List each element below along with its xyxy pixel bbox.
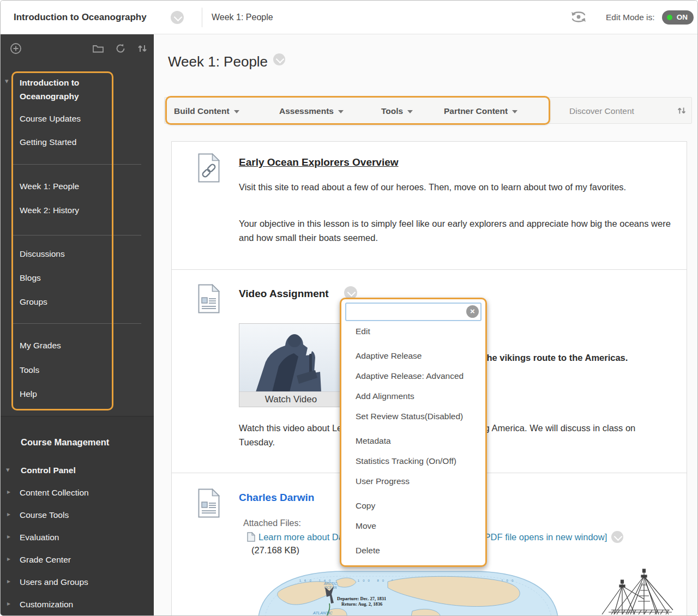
- refresh-icon[interactable]: [115, 43, 127, 55]
- map-atlantic-label: ATLANTIC: [312, 611, 333, 615]
- course-management-panel: Course Management ▾ Control Panel ▸ Cont…: [1, 416, 154, 615]
- menu-item-statistics-tracking[interactable]: Statistics Tracking (On/Off): [356, 456, 481, 468]
- sidebar-item-customization[interactable]: Customization: [20, 599, 73, 611]
- edit-mode-label: Edit Mode is:: [606, 1, 655, 34]
- student-preview-icon[interactable]: [569, 8, 588, 26]
- menu-item-adaptive-release[interactable]: Adaptive Release: [356, 351, 481, 363]
- sidebar-item-course-updates[interactable]: Course Updates: [20, 113, 81, 125]
- file-link-chevron-icon[interactable]: [611, 531, 623, 543]
- chevron-right-icon[interactable]: ▸: [7, 555, 10, 563]
- chevron-down-icon: [338, 110, 344, 113]
- reorder-icon[interactable]: [136, 43, 148, 55]
- file-size: (27.168 KB): [251, 545, 299, 555]
- link-document-icon: [198, 153, 220, 183]
- chevron-right-icon[interactable]: ▸: [7, 533, 10, 540]
- add-menu-item-icon[interactable]: [10, 43, 22, 55]
- sidebar-item-my-grades[interactable]: My Grades: [20, 340, 61, 352]
- menu-item-add-alignments[interactable]: Add Alignments: [356, 391, 481, 403]
- map-return-label: Return: Aug. 2, 1836: [341, 601, 382, 607]
- breadcrumb-divider: [202, 8, 202, 27]
- sidebar-item-getting-started[interactable]: Getting Started: [20, 136, 76, 148]
- sidebar-item-control-panel[interactable]: Control Panel: [21, 464, 76, 476]
- edit-mode-toggle[interactable]: ON: [662, 10, 694, 25]
- video-side-note: the vikings route to the Americas.: [484, 353, 628, 363]
- folder-icon[interactable]: [92, 43, 104, 55]
- sidebar-item-week2[interactable]: Week 2: History: [20, 204, 79, 216]
- top-bar: Introduction to Oceanography Week 1: Peo…: [1, 1, 697, 34]
- explorers-paragraph-2: Your objective in this lesson is to simp…: [239, 217, 675, 245]
- content-document-icon: [198, 488, 220, 518]
- close-icon[interactable]: ×: [466, 305, 479, 318]
- sailing-ship-drawing: [592, 566, 674, 616]
- menu-item-user-progress[interactable]: User Progress: [356, 476, 481, 488]
- course-menu-expanded-icon[interactable]: ▾: [5, 77, 9, 85]
- breadcrumb: Week 1: People: [212, 1, 273, 34]
- sidebar-item-week1[interactable]: Week 1: People: [20, 180, 79, 192]
- item-divider: [171, 269, 687, 270]
- file-icon: [247, 532, 255, 542]
- menu-item-copy[interactable]: Copy: [356, 501, 481, 513]
- voyage-map-image: 160 140 120 100 80 60 40 20 0 20 40 60 8…: [249, 569, 568, 616]
- menu-item-metadata[interactable]: Metadata: [356, 436, 481, 448]
- toggle-green-dot-icon: [667, 15, 672, 20]
- attached-files-label: Attached Files:: [243, 518, 301, 528]
- menu-item-set-review-status[interactable]: Set Review Status(Disabled): [356, 412, 481, 424]
- content-document-icon: [198, 284, 220, 313]
- sidebar-item-grade-center[interactable]: Grade Center: [20, 554, 71, 566]
- item-title-video-assignment[interactable]: Video Assignment: [239, 288, 329, 300]
- item-context-menu: × Edit Adaptive Release Adaptive Release…: [340, 298, 487, 567]
- chevron-right-icon[interactable]: ▸: [7, 577, 10, 585]
- explorers-paragraph-1: Visit this site to read about a few of o…: [239, 180, 645, 195]
- sidebar-item-help[interactable]: Help: [20, 388, 37, 400]
- item-title-charles-darwin[interactable]: Charles Darwin: [239, 492, 314, 504]
- item-title-explorers[interactable]: Early Ocean Explorers Overview: [239, 156, 399, 168]
- partner-content-button[interactable]: Partner Content: [444, 98, 518, 124]
- tools-button[interactable]: Tools: [381, 98, 413, 124]
- assessments-button[interactable]: Assessments: [279, 98, 344, 124]
- chevron-right-icon[interactable]: ▸: [7, 488, 10, 496]
- course-title: Introduction to Oceanography: [14, 1, 147, 34]
- sidebar-divider: [11, 164, 141, 165]
- context-menu-list: Edit Adaptive Release Adaptive Release: …: [356, 327, 481, 566]
- svg-text:ARCTIC: ARCTIC: [323, 582, 338, 585]
- sidebar-item-course-tools[interactable]: Course Tools: [20, 509, 69, 521]
- course-title-chevron-icon[interactable]: [171, 11, 184, 24]
- chevron-right-icon[interactable]: ▸: [7, 510, 10, 518]
- chevron-down-icon: [407, 110, 413, 113]
- sidebar-item-discussions[interactable]: Discussions: [20, 248, 65, 260]
- sidebar-item-blogs[interactable]: Blogs: [20, 272, 41, 284]
- menu-item-edit[interactable]: Edit: [356, 327, 481, 339]
- sidebar-divider: [11, 323, 141, 324]
- watch-video-button[interactable]: Watch Video: [239, 391, 342, 407]
- app-window: Introduction to Oceanography Week 1: Peo…: [0, 0, 698, 616]
- course-management-heading: Course Management: [21, 436, 109, 448]
- control-panel-expanded-icon[interactable]: ▾: [6, 466, 10, 474]
- menu-item-adaptive-release-advanced[interactable]: Adaptive Release: Advanced: [356, 371, 481, 383]
- build-content-button[interactable]: Build Content: [174, 98, 239, 124]
- video-thumbnail[interactable]: Watch Video: [239, 323, 343, 407]
- chevron-down-icon: [512, 110, 518, 113]
- edit-mode-value: ON: [677, 13, 688, 21]
- chevron-down-icon: [234, 110, 239, 113]
- sidebar-item-users-and-groups[interactable]: Users and Groups: [20, 576, 88, 588]
- sidebar-toolbar: [1, 34, 154, 63]
- sidebar-item-groups[interactable]: Groups: [20, 296, 47, 308]
- page-title-chevron-icon[interactable]: [273, 53, 285, 65]
- menu-item-delete[interactable]: Delete: [356, 546, 481, 558]
- menu-item-move[interactable]: Move: [356, 521, 481, 533]
- sidebar-divider: [11, 235, 141, 235]
- sidebar-item-course-home[interactable]: Introduction to Oceanography: [20, 76, 107, 103]
- sidebar-item-tools[interactable]: Tools: [20, 364, 39, 376]
- action-bar: Build Content Assessments Tools Partner …: [164, 97, 692, 124]
- reorder-items-icon[interactable]: [676, 105, 687, 116]
- sidebar-item-evaluation[interactable]: Evaluation: [20, 532, 59, 543]
- map-departure-label: Departure: Dec. 27, 1831: [337, 596, 386, 601]
- page-title: Week 1: People: [168, 53, 285, 70]
- sidebar-item-content-collection[interactable]: Content Collection: [20, 487, 89, 499]
- chevron-right-icon[interactable]: ▸: [7, 600, 10, 607]
- sidebar: ▾ Introduction to Oceanography Course Up…: [1, 34, 154, 615]
- discover-content-button[interactable]: Discover Content: [569, 98, 634, 124]
- context-menu-header-field: [345, 303, 482, 321]
